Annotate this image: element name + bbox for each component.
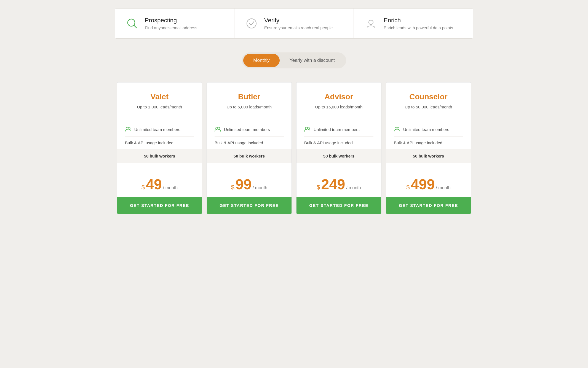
feature-tab-prospecting[interactable]: Prospecting Find anyone's email address [115, 9, 234, 38]
feature-team-butler: Unlimited team members [215, 123, 284, 137]
team-icon-advisor [304, 127, 310, 132]
price-section-advisor: $ 249 / month [296, 169, 381, 197]
cta-button-valet[interactable]: GET STARTED FOR FREE [117, 197, 202, 214]
tab-desc-prospecting: Find anyone's email address [145, 25, 197, 30]
feature-bulk-api-counselor: Bulk & API usage included [394, 137, 463, 149]
cta-button-counselor[interactable]: GET STARTED FOR FREE [386, 197, 471, 214]
plan-card-butler: Butler Up to 5,000 leads/month Unlimited… [207, 82, 292, 214]
price-amount-butler: 99 [236, 177, 252, 191]
price-dollar-butler: $ [231, 184, 234, 191]
feature-team-advisor: Unlimited team members [304, 123, 373, 137]
feature-bulk-workers-advisor: 50 bulk workers [296, 149, 381, 163]
billing-toggle-container: Monthly Yearly with a discount [6, 52, 582, 68]
search-icon [125, 16, 139, 31]
plan-name-counselor: Counselor [394, 92, 463, 101]
price-amount-advisor: 249 [321, 177, 345, 191]
feature-team-counselor: Unlimited team members [394, 123, 463, 137]
price-period-valet: / month [163, 185, 178, 190]
price-section-valet: $ 49 / month [117, 169, 202, 197]
billing-toggle: Monthly Yearly with a discount [242, 52, 346, 68]
svg-point-2 [247, 19, 256, 28]
plan-card-counselor: Counselor Up to 50,000 leads/month Unlim… [386, 82, 471, 214]
svg-line-1 [134, 25, 137, 28]
tab-desc-verify: Ensure your emails reach real people [264, 25, 333, 30]
team-icon-valet [125, 127, 131, 132]
plan-leads-valet: Up to 1,000 leads/month [125, 105, 194, 109]
feature-bulk-workers-valet: 50 bulk workers [117, 149, 202, 163]
enrich-icon [364, 16, 378, 31]
feature-bulk-workers-butler: 50 bulk workers [207, 149, 292, 163]
cta-button-advisor[interactable]: GET STARTED FOR FREE [296, 197, 381, 214]
price-period-butler: / month [253, 185, 267, 190]
pricing-grid: Valet Up to 1,000 leads/month Unlimited … [115, 82, 473, 214]
price-section-butler: $ 99 / month [207, 169, 292, 197]
svg-point-3 [369, 20, 373, 25]
team-icon-butler [215, 127, 221, 132]
cta-button-butler[interactable]: GET STARTED FOR FREE [207, 197, 292, 214]
feature-team-valet: Unlimited team members [125, 123, 194, 137]
feature-bulk-api-butler: Bulk & API usage included [215, 137, 284, 149]
feature-tab-enrich[interactable]: Enrich Enrich leads with powerful data p… [354, 9, 473, 38]
plan-name-advisor: Advisor [304, 92, 373, 101]
plan-name-valet: Valet [125, 92, 194, 101]
tab-title-verify: Verify [264, 17, 333, 24]
price-amount-counselor: 499 [411, 177, 435, 191]
price-period-advisor: / month [346, 185, 361, 190]
plan-name-butler: Butler [215, 92, 284, 101]
plan-card-valet: Valet Up to 1,000 leads/month Unlimited … [117, 82, 202, 214]
price-amount-valet: 49 [146, 177, 162, 191]
feature-tabs: Prospecting Find anyone's email address … [115, 8, 473, 39]
plan-leads-butler: Up to 5,000 leads/month [215, 105, 284, 109]
plan-leads-advisor: Up to 15,000 leads/month [304, 105, 373, 109]
team-icon-counselor [394, 127, 400, 132]
toggle-yearly[interactable]: Yearly with a discount [280, 54, 345, 67]
feature-bulk-api-valet: Bulk & API usage included [125, 137, 194, 149]
feature-bulk-workers-counselor: 50 bulk workers [386, 149, 471, 163]
toggle-monthly[interactable]: Monthly [243, 54, 280, 67]
verify-icon [244, 16, 259, 31]
plan-card-advisor: Advisor Up to 15,000 leads/month Unlimit… [296, 82, 381, 214]
feature-tab-verify[interactable]: Verify Ensure your emails reach real peo… [234, 9, 354, 38]
tab-title-prospecting: Prospecting [145, 17, 197, 24]
price-period-counselor: / month [436, 185, 450, 190]
price-dollar-counselor: $ [406, 184, 410, 191]
tab-title-enrich: Enrich [384, 17, 453, 24]
feature-bulk-api-advisor: Bulk & API usage included [304, 137, 373, 149]
price-dollar-advisor: $ [317, 184, 320, 191]
price-section-counselor: $ 499 / month [386, 169, 471, 197]
plan-leads-counselor: Up to 50,000 leads/month [394, 105, 463, 109]
price-dollar-valet: $ [141, 184, 145, 191]
tab-desc-enrich: Enrich leads with powerful data points [384, 25, 453, 30]
